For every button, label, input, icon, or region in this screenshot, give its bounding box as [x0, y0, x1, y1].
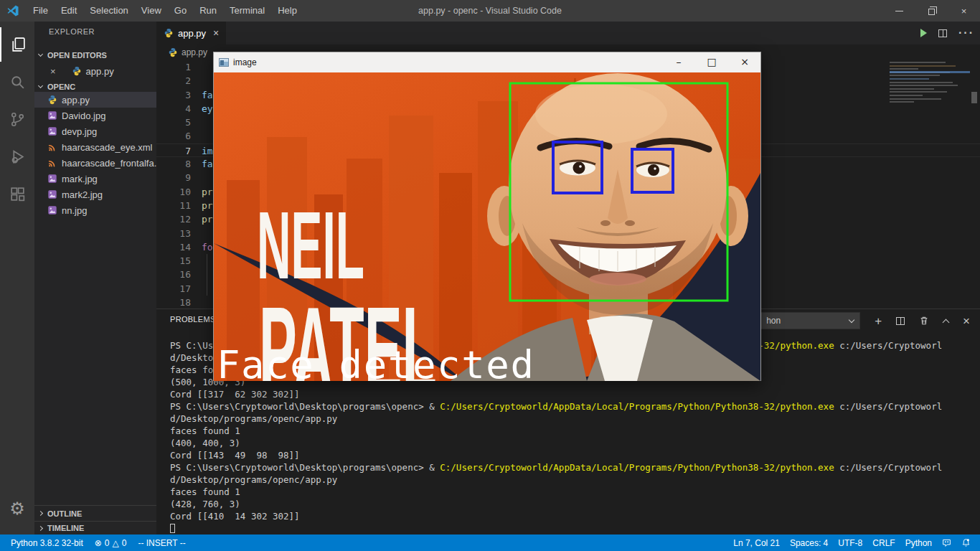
split-terminal-icon[interactable]	[896, 317, 905, 325]
python-file-icon	[72, 66, 82, 76]
menu-run[interactable]: Run	[193, 0, 223, 22]
file-item-devp-jpg[interactable]: devp.jpg	[34, 123, 156, 139]
tab-close-icon[interactable]: ×	[213, 27, 219, 39]
python-interpreter-status[interactable]: Python 3.8.2 32-bit	[6, 538, 88, 548]
file-name: devp.jpg	[62, 126, 97, 137]
search-icon[interactable]	[0, 65, 34, 99]
cv-minimize-button[interactable]: –	[662, 52, 695, 72]
timeline-section[interactable]: TIMELINE	[34, 521, 156, 534]
terminal-line: d/Desktop/programs/openc/app.py	[170, 413, 974, 425]
run-debug-icon[interactable]	[0, 139, 34, 174]
settings-gear-icon[interactable]: ⚙	[0, 496, 34, 522]
menu-edit[interactable]: Edit	[55, 0, 83, 22]
maximize-panel-icon[interactable]	[943, 319, 950, 326]
file-name: mark2.jpg	[62, 189, 103, 200]
line-number: 1	[156, 60, 191, 74]
cv-maximize-button[interactable]: □	[695, 52, 728, 72]
file-name: mark.jpg	[62, 174, 98, 184]
terminal-line: d/Desktop/programs/openc/app.py	[170, 474, 974, 486]
code-text: pr	[191, 214, 213, 225]
menu-help[interactable]: Help	[271, 0, 303, 22]
indent-guide	[207, 254, 207, 268]
code-text: ey	[191, 103, 213, 114]
chevron-down-icon	[849, 316, 854, 322]
outline-section[interactable]: OUTLINE	[34, 505, 156, 521]
code-text	[191, 255, 202, 266]
file-item-nn-jpg[interactable]: nn.jpg	[34, 202, 156, 218]
open-editors-label: OPEN EDITORS	[47, 51, 107, 60]
file-item-haarcascade-eye-xml[interactable]: haarcascade_eye.xml	[34, 139, 156, 155]
minimize-button[interactable]	[883, 0, 915, 22]
minimap-current-line	[890, 71, 970, 73]
extensions-icon[interactable]	[0, 176, 34, 211]
tab-app-py[interactable]: app.py ×	[156, 22, 227, 44]
detected-photo: NEIL PATEL	[214, 72, 760, 381]
menu-selection[interactable]: Selection	[83, 0, 134, 22]
code-text: fa	[191, 90, 213, 100]
terminal-line: faces found 1	[170, 425, 974, 437]
file-tree: app.pyDavido.jpgdevp.jpghaarcascade_eye.…	[34, 92, 156, 218]
file-item-mark2-jpg[interactable]: mark2.jpg	[34, 187, 156, 202]
split-editor-icon[interactable]	[938, 29, 947, 37]
terminal-selector-dropdown[interactable]: hon	[760, 312, 860, 329]
run-file-button[interactable]	[920, 29, 927, 37]
terminal-line: Cord [[317 62 302 302]]	[170, 388, 974, 400]
scrollbar-marker[interactable]	[971, 92, 977, 103]
errors-icon: ⊗	[95, 538, 102, 548]
menu-terminal[interactable]: Terminal	[223, 0, 271, 22]
python-file-icon	[47, 95, 57, 105]
close-button[interactable]: ×	[948, 0, 980, 22]
more-actions-icon[interactable]: ···	[958, 27, 974, 39]
terminal-line: PS C:\Users\Cryptoworld\Desktop\programs…	[170, 400, 974, 413]
status-ln-7-col-21[interactable]: Ln 7, Col 21	[728, 538, 785, 548]
code-text	[191, 117, 202, 128]
tab-problems[interactable]: PROBLEMS	[170, 315, 216, 324]
status-utf-8[interactable]: UTF-8	[833, 538, 867, 548]
line-number: 9	[156, 171, 191, 184]
problems-status[interactable]: ⊗0 △0	[90, 538, 132, 548]
file-item-haarcascade-frontalfa-[interactable]: haarcascade_frontalfa...	[34, 155, 156, 171]
menu-go[interactable]: Go	[168, 0, 193, 22]
menu-bar: FileEditSelectionViewGoRunTerminalHelp	[27, 0, 303, 22]
indent-guide	[207, 282, 207, 296]
status-spaces-4[interactable]: Spaces: 4	[785, 538, 833, 548]
file-item-app-py[interactable]: app.py	[34, 92, 156, 108]
minimap[interactable]	[890, 62, 970, 108]
open-editors-section[interactable]: OPEN EDITORS	[34, 47, 156, 63]
code-text	[191, 228, 202, 239]
open-editor-app-py[interactable]: × app.py	[34, 63, 156, 79]
source-control-icon[interactable]	[0, 102, 34, 136]
close-panel-icon[interactable]: ×	[963, 315, 970, 327]
python-file-icon	[164, 28, 174, 38]
file-item-davido-jpg[interactable]: Davido.jpg	[34, 108, 156, 123]
restore-button[interactable]	[915, 0, 948, 22]
explorer-icon[interactable]	[0, 27, 34, 62]
menu-view[interactable]: View	[135, 0, 168, 22]
cv-close-button[interactable]: ×	[728, 52, 761, 72]
terminal-selector-value: hon	[766, 316, 781, 326]
notifications-bell-icon[interactable]	[956, 538, 976, 547]
code-text	[191, 297, 202, 308]
restore-icon	[928, 9, 935, 15]
new-terminal-icon[interactable]: +	[875, 315, 882, 327]
tab-label: app.py	[178, 28, 206, 39]
feedback-smiley-icon[interactable]	[937, 538, 956, 547]
chevron-down-icon	[38, 52, 43, 57]
kill-terminal-icon[interactable]	[919, 316, 929, 326]
code-text: pr	[191, 187, 213, 197]
status-crlf[interactable]: CRLF	[867, 538, 900, 548]
timeline-label: TIMELINE	[47, 524, 84, 532]
tab-bar: app.py × ···	[156, 22, 980, 44]
activity-bar: ⚙	[0, 22, 34, 534]
line-number: 12	[156, 212, 191, 226]
status-python[interactable]: Python	[900, 538, 937, 548]
opencv-image-window[interactable]: image	[213, 52, 761, 381]
line-number: 17	[156, 282, 191, 296]
line-number: 13	[156, 227, 191, 240]
close-icon[interactable]: ×	[50, 66, 56, 77]
line-number: 16	[156, 268, 191, 281]
python-file-icon	[168, 47, 178, 57]
menu-file[interactable]: File	[27, 0, 55, 22]
code-text: fo	[191, 242, 213, 253]
file-item-mark-jpg[interactable]: mark.jpg	[34, 171, 156, 187]
